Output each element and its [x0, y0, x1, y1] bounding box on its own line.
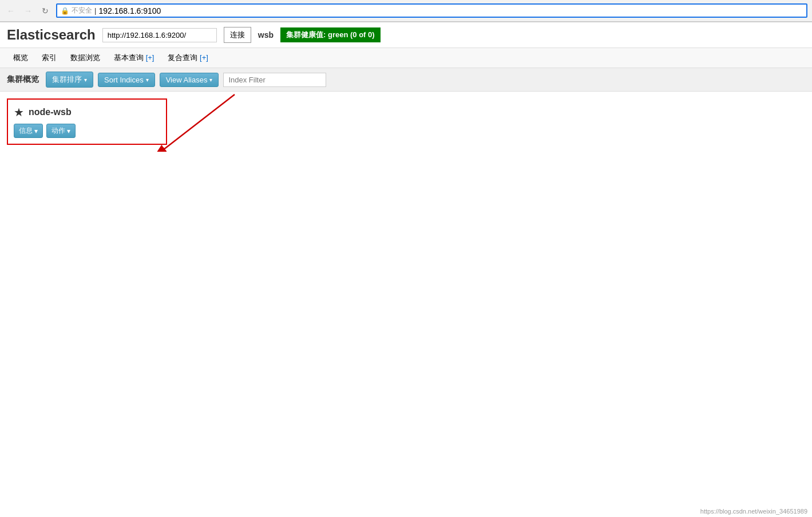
node-card: ★ node-wsb 信息 ▾ 动作 ▾: [7, 98, 167, 145]
star-icon: ★: [14, 105, 24, 119]
browser-toolbar: ← → ↻ 🔒 不安全 |: [0, 0, 812, 22]
back-button[interactable]: ←: [5, 5, 17, 17]
view-aliases-label: View Aliases: [166, 76, 208, 84]
nav-tabs: 概览 索引 数据浏览 基本查询 [+] 复合查询 [+]: [0, 48, 812, 68]
view-aliases-button[interactable]: View Aliases ▾: [160, 73, 219, 87]
view-aliases-arrow-icon: ▾: [209, 77, 212, 83]
cluster-sort-button[interactable]: 集群排序 ▾: [46, 72, 93, 88]
toolbar-title: 集群概览: [7, 74, 39, 85]
basic-query-plus: [+]: [146, 53, 155, 62]
node-name: node-wsb: [29, 107, 72, 117]
tab-indices[interactable]: 索引: [35, 50, 63, 65]
browser-chrome: ← → ↻ 🔒 不安全 |: [0, 0, 812, 22]
info-arrow-icon: ▾: [34, 127, 38, 135]
sort-indices-arrow-icon: ▾: [146, 77, 149, 83]
node-actions: 信息 ▾ 动作 ▾: [14, 124, 160, 138]
cluster-sort-arrow-icon: ▾: [84, 77, 87, 83]
info-label: 信息: [19, 126, 33, 136]
refresh-button[interactable]: ↻: [39, 5, 52, 17]
forward-button[interactable]: →: [22, 5, 34, 17]
index-filter-input[interactable]: [223, 73, 326, 87]
action-button[interactable]: 动作 ▾: [46, 124, 76, 138]
tab-basic-query[interactable]: 基本查询 [+]: [108, 50, 160, 65]
node-card-header: ★ node-wsb: [14, 105, 160, 119]
toolbar: 集群概览 集群排序 ▾ Sort Indices ▾ View Aliases …: [0, 68, 812, 92]
url-input[interactable]: [98, 6, 803, 15]
connect-button[interactable]: 连接: [224, 27, 251, 43]
lock-icon: 🔒: [61, 7, 69, 15]
sort-indices-label: Sort Indices: [104, 76, 144, 84]
info-button[interactable]: 信息 ▾: [14, 124, 43, 138]
connect-url-input[interactable]: [102, 28, 217, 42]
compound-query-plus: [+]: [200, 53, 208, 62]
app-header: Elasticsearch 连接 wsb 集群健康值: green (0 of …: [0, 22, 812, 48]
address-bar: 🔒 不安全 |: [56, 3, 807, 18]
health-badge: 集群健康值: green (0 of 0): [280, 27, 381, 42]
cluster-name: wsb: [258, 30, 274, 40]
tab-data-browse[interactable]: 数据浏览: [64, 50, 106, 65]
cluster-sort-label: 集群排序: [52, 74, 82, 85]
action-label: 动作: [52, 126, 65, 136]
tab-overview[interactable]: 概览: [7, 50, 34, 65]
insecure-label: 不安全: [72, 6, 92, 15]
tab-compound-query[interactable]: 复合查询 [+]: [161, 50, 214, 65]
action-arrow-icon: ▾: [67, 127, 70, 135]
app-title: Elasticsearch: [7, 27, 96, 43]
main-content: ★ node-wsb 信息 ▾ 动作 ▾ 启动es和node后直接输入IP加91…: [0, 92, 812, 152]
sort-indices-button[interactable]: Sort Indices ▾: [98, 73, 155, 87]
